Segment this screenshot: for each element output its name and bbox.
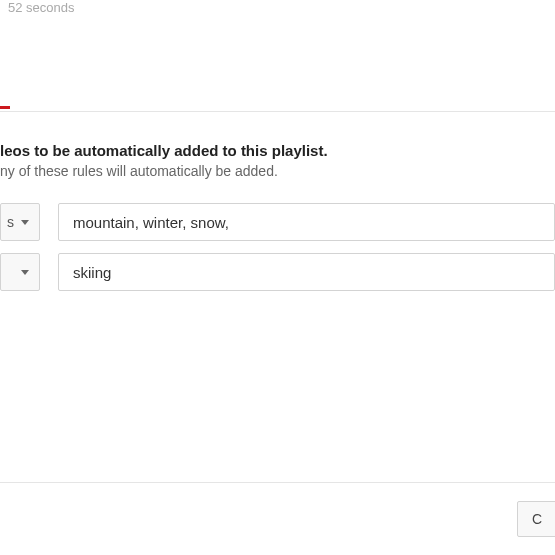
status-text: 52 seconds (8, 0, 75, 15)
rule-row: s (0, 203, 555, 241)
section-subheading: ny of these rules will automatically be … (0, 163, 555, 179)
footer-button[interactable]: C (517, 501, 555, 537)
content-area: leos to be automatically added to this p… (0, 112, 555, 291)
dropdown-label: s (7, 214, 14, 230)
rule-value-input[interactable] (58, 203, 555, 241)
section-heading: leos to be automatically added to this p… (0, 142, 555, 159)
rule-row (0, 253, 555, 291)
footer: C (0, 482, 555, 555)
tab-underline (0, 106, 10, 109)
chevron-down-icon (21, 220, 29, 225)
footer-button-label: C (532, 511, 542, 527)
status-bar: 52 seconds (0, 0, 555, 20)
rule-type-dropdown[interactable] (0, 253, 40, 291)
rule-value-input[interactable] (58, 253, 555, 291)
chevron-down-icon (21, 270, 29, 275)
tab-bar (0, 92, 555, 112)
rule-type-dropdown[interactable]: s (0, 203, 40, 241)
